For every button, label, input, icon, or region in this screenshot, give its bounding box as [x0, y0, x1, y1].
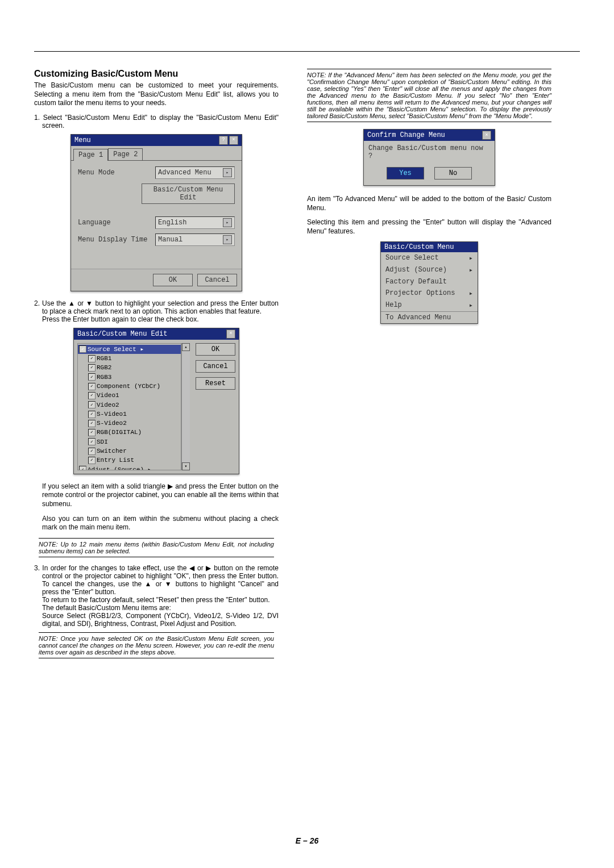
checklist-item[interactable]: ✓RGB3 — [78, 373, 181, 382]
checkbox-icon[interactable]: ✓ — [88, 364, 96, 372]
checklist-item[interactable]: ✓S-Video2 — [78, 419, 181, 428]
step-1-text: Select "Basic/Custom Menu Edit" to displ… — [42, 114, 279, 130]
checklist-item[interactable]: ✓Adjust (Source) ▸ — [78, 465, 181, 470]
step-3c-text: The default Basic/Custom Menu items are: — [42, 604, 171, 612]
checklist-item-label: Switcher — [97, 447, 127, 455]
menu-item[interactable]: Projector Options▸ — [381, 287, 478, 299]
close-icon[interactable]: × — [229, 136, 238, 145]
checkbox-icon[interactable]: ✓ — [88, 457, 96, 464]
checklist-item-label: Video1 — [97, 391, 119, 399]
checkbox-icon[interactable]: ✓ — [88, 420, 96, 427]
step-3a-text: In order for the changes to take effect,… — [42, 564, 279, 596]
cancel-button[interactable]: Cancel — [197, 274, 237, 286]
close-icon[interactable]: × — [482, 131, 491, 140]
checklist-item[interactable]: ✓RGB(DIGITAL) — [78, 428, 181, 437]
menu-dialog-title: Menu — [74, 136, 91, 144]
no-button[interactable]: No — [434, 167, 472, 180]
chevron-right-icon[interactable]: ▸ — [223, 168, 232, 177]
menu-mode-dropdown[interactable]: Advanced Menu ▸ — [155, 166, 235, 179]
ok-button[interactable]: OK — [153, 274, 193, 286]
checklist-item[interactable]: ✓S-Video1 — [78, 410, 181, 419]
menu-edit-checklist[interactable]: ✓Source Select ▸✓RGB1✓RGB2✓RGB3✓Componen… — [77, 343, 181, 470]
basic-custom-menu-screenshot: Basic/Custom Menu Source Select▸Adjust (… — [380, 241, 478, 324]
help-icon[interactable]: ? — [219, 136, 228, 145]
menu-item-label: To Advanced Menu — [385, 314, 451, 322]
section-heading: Customizing Basic/Custom Menu — [34, 69, 279, 79]
checklist-item-label: S-Video2 — [97, 419, 127, 427]
basic-custom-edit-button[interactable]: Basic/Custom Menu Edit — [142, 183, 235, 204]
note-3: NOTE: If the "Advanced Menu" item has be… — [307, 69, 551, 122]
display-time-value: Manual — [158, 236, 182, 244]
checkbox-icon[interactable]: ✓ — [88, 355, 96, 362]
checkbox-icon[interactable]: ✓ — [88, 401, 96, 408]
checklist-item[interactable]: ✓RGB2 — [78, 363, 181, 372]
step-2: 2. Use the ▲ or ▼ button to highlight yo… — [34, 299, 279, 323]
menu-item[interactable]: Source Select▸ — [381, 252, 478, 264]
language-value: English — [158, 219, 186, 227]
checklist-item-label: RGB(DIGITAL) — [97, 428, 142, 436]
menu-item[interactable]: To Advanced Menu — [381, 311, 478, 323]
page-number: E – 26 — [0, 836, 614, 845]
chevron-right-icon[interactable]: ▸ — [223, 218, 232, 227]
left-column: Customizing Basic/Custom Menu The Basic/… — [34, 69, 279, 665]
chevron-right-icon[interactable]: ▸ — [223, 235, 232, 244]
chevron-right-icon: ▸ — [469, 301, 473, 310]
checkbox-icon[interactable]: ✓ — [88, 429, 96, 436]
menu-item[interactable]: Adjust (Source)▸ — [381, 264, 478, 276]
confirm-dialog-title: Confirm Change Menu — [367, 131, 445, 139]
menu-item-label: Source Select — [385, 254, 439, 262]
checklist-item-label: RGB1 — [97, 354, 111, 362]
checkbox-icon[interactable]: ✓ — [79, 345, 86, 353]
menu-item[interactable]: Factory Default — [381, 276, 478, 287]
checklist-item[interactable]: ✓RGB1 — [78, 354, 181, 363]
checklist-item-label: RGB2 — [97, 364, 111, 372]
chevron-right-icon: ▸ — [469, 254, 473, 262]
checkbox-icon[interactable]: ✓ — [88, 411, 96, 418]
reset-button[interactable]: Reset — [196, 377, 235, 390]
checkbox-icon[interactable]: ✓ — [88, 392, 96, 399]
cancel-button[interactable]: Cancel — [196, 360, 235, 373]
rcol-text-1: An item "To Advanced Menu" will be added… — [307, 195, 551, 212]
checklist-item-label: S-Video1 — [97, 410, 127, 418]
menu-item-label: Adjust (Source) — [385, 266, 447, 274]
checklist-item[interactable]: ✓Video2 — [78, 400, 181, 410]
checklist-item[interactable]: ✓SDI — [78, 437, 181, 446]
confirm-dialog-message: Change Basic/Custom menu now ? — [364, 141, 495, 164]
checklist-item-label: Adjust (Source) ▸ — [88, 466, 151, 470]
checkbox-icon[interactable]: ✓ — [88, 448, 96, 455]
close-icon[interactable]: × — [226, 329, 235, 339]
scroll-down-icon[interactable]: ▾ — [182, 462, 190, 470]
menu-item[interactable]: Help▸ — [381, 299, 478, 311]
checklist-item-label: RGB3 — [97, 373, 111, 381]
checklist-item[interactable]: ✓Entry List — [78, 456, 181, 465]
checklist-item-label: Entry List — [97, 456, 134, 464]
menu-dialog-titlebar: Menu ? × — [71, 135, 242, 146]
scrollbar[interactable]: ▴ ▾ — [181, 343, 190, 470]
checkbox-icon[interactable]: ✓ — [88, 383, 96, 390]
display-time-dropdown[interactable]: Manual ▸ — [155, 233, 235, 246]
tab-page-2[interactable]: Page 2 — [108, 148, 143, 160]
step-3b-text: To return to the factory default, select… — [42, 596, 270, 604]
scroll-up-icon[interactable]: ▴ — [182, 343, 190, 351]
checkbox-icon[interactable]: ✓ — [79, 466, 86, 470]
chevron-right-icon: ▸ — [469, 266, 473, 274]
checkbox-icon[interactable]: ✓ — [88, 438, 96, 445]
checklist-item-label: Video2 — [97, 401, 119, 409]
checklist-item[interactable]: ✓Component (YCbCr) — [78, 382, 181, 391]
ok-button[interactable]: OK — [196, 343, 235, 356]
checkbox-icon[interactable]: ✓ — [88, 373, 96, 381]
note-1: NOTE: Up to 12 main menu items (within B… — [39, 538, 274, 557]
edit-dialog-screenshot: Basic/Custom Menu Edit × ✓Source Select … — [73, 328, 239, 474]
checklist-item[interactable]: ✓Video1 — [78, 391, 181, 400]
basic-menu-title: Basic/Custom Menu — [384, 243, 454, 251]
checklist-item[interactable]: ✓Switcher — [78, 446, 181, 456]
yes-button[interactable]: Yes — [387, 167, 424, 180]
checklist-item[interactable]: ✓Source Select ▸ — [78, 345, 181, 354]
right-column: NOTE: If the "Advanced Menu" item has be… — [307, 69, 551, 665]
checklist-item-label: SDI — [97, 438, 108, 446]
menu-item-label: Factory Default — [385, 278, 447, 286]
language-dropdown[interactable]: English ▸ — [155, 216, 235, 229]
display-time-label: Menu Display Time — [78, 236, 147, 244]
tab-page-1[interactable]: Page 1 — [73, 149, 108, 161]
note-2: NOTE: Once you have selected OK on the B… — [39, 632, 274, 658]
